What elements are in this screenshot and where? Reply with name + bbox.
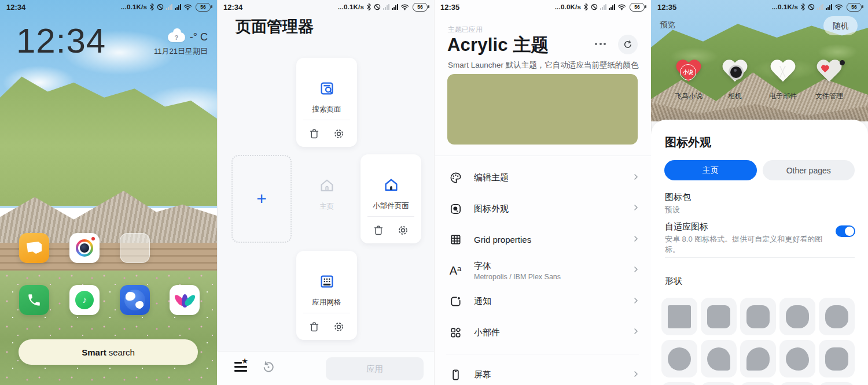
camera-lens-icon — [729, 65, 744, 80]
menu-item-widgets[interactable]: 小部件 — [434, 317, 651, 349]
adaptive-icons-setting[interactable]: 自适应图标 安卓 8.0 图标格式。提供可自定义和更好看的图标。 — [665, 221, 833, 255]
theme-settings-panel: 12:35 ...0.0K/s 56 主题已应用 Acrylic 主题 Smar… — [434, 0, 651, 385]
icon-pack-setting[interactable]: 图标包 预设 — [665, 192, 691, 215]
preview-label: 预览 — [660, 20, 675, 30]
page-card-label: 主页 — [319, 202, 334, 212]
adaptive-icons-toggle[interactable] — [836, 225, 855, 237]
battery-icon: 56 — [196, 3, 211, 12]
wifi-icon — [183, 3, 192, 10]
signal-sim2-icon — [392, 4, 398, 10]
camera-app-icon[interactable] — [69, 233, 100, 263]
shape-option-leaf[interactable] — [740, 340, 776, 377]
shape-option-flower[interactable] — [819, 340, 855, 377]
reset-history-button[interactable] — [261, 360, 276, 375]
refresh-theme-button[interactable] — [618, 35, 638, 54]
page-manager-panel: 12:34 ...0.1K/s 56 页面管理器 搜索页面 + 主页 小部件页面 — [217, 0, 434, 385]
shape-option-circle[interactable] — [661, 340, 697, 377]
novel-app-heart-icon[interactable]: 小说 — [675, 60, 702, 84]
signal-sim1-icon — [817, 4, 823, 10]
handset-icon — [27, 293, 42, 308]
shape-option-rounded-square-medium[interactable] — [740, 298, 776, 335]
shape-option-row3-4[interactable] — [779, 382, 815, 385]
widgets-icon — [448, 326, 462, 339]
messages-app-icon[interactable] — [19, 233, 49, 263]
page-card-app-grid[interactable]: 应用网格 — [296, 251, 357, 340]
wifi-icon — [400, 3, 409, 10]
browser-app-icon[interactable] — [120, 285, 150, 315]
page-tabs: 主页 Other pages — [664, 160, 855, 180]
page-settings-button[interactable] — [332, 127, 345, 140]
delete-page-button[interactable] — [308, 320, 321, 333]
chevron-right-icon — [631, 327, 641, 338]
notification-icon — [448, 295, 462, 308]
shape-option-square[interactable] — [661, 298, 697, 335]
shape-option-pebble[interactable] — [779, 340, 815, 377]
screen-icon — [448, 368, 462, 382]
tab-home-page[interactable]: 主页 — [664, 160, 757, 180]
shape-option-row3-1[interactable] — [661, 382, 697, 385]
app-label: 文件管理 — [800, 91, 858, 101]
shape-option-row3-2[interactable] — [701, 382, 737, 385]
shape-option-rounded-square-large[interactable] — [779, 298, 815, 335]
search-label-bold: Smart — [82, 347, 106, 357]
widget-page-icon — [382, 176, 400, 194]
shape-option-teardrop[interactable] — [701, 340, 737, 377]
weather-widget[interactable]: ? -° C 11月21日星期日 — [154, 31, 208, 57]
shape-option-row3-3[interactable] — [740, 382, 776, 385]
shape-option-row3-5[interactable] — [819, 382, 855, 385]
page-settings-button[interactable] — [396, 224, 410, 237]
menu-item-screen[interactable]: 屏幕 — [434, 360, 651, 385]
add-page-button[interactable]: + — [231, 155, 292, 243]
search-page-icon — [318, 80, 336, 97]
icon-pack-value: 预设 — [665, 205, 691, 215]
frosted-app-icon[interactable] — [120, 233, 150, 263]
shape-option-squircle[interactable] — [819, 298, 855, 335]
random-button[interactable]: 随机 — [823, 16, 858, 35]
delete-page-button[interactable] — [308, 127, 321, 140]
camera-dot-icon — [840, 60, 845, 65]
sort-pages-button[interactable]: ★ — [234, 360, 248, 373]
signal-sim1-icon — [166, 4, 172, 10]
refresh-icon — [623, 39, 633, 50]
menu-item-icon-appearance[interactable]: 图标外观 — [434, 194, 651, 225]
menu-item-edit-theme[interactable]: 编辑主题 — [434, 162, 651, 194]
shape-option-rounded-square-small[interactable] — [701, 298, 737, 335]
menu-item-grid-properties[interactable]: Grid properties — [434, 224, 651, 256]
signal-sim1-icon — [383, 4, 389, 10]
delete-page-button[interactable] — [372, 224, 385, 236]
music-note-icon: ♪ — [75, 291, 94, 309]
menu-item-notifications[interactable]: 通知 — [434, 286, 651, 317]
apply-button[interactable]: 应用 — [326, 357, 424, 380]
app-grid-icon — [318, 273, 336, 290]
tab-other-pages[interactable]: Other pages — [763, 160, 855, 180]
font-value: Metropolis / IBM Plex Sans — [474, 273, 561, 281]
smart-search-bar[interactable]: Smart search — [19, 339, 198, 365]
theme-color-preview[interactable] — [447, 74, 638, 145]
more-options-button[interactable] — [595, 43, 606, 45]
shape-grid — [661, 298, 855, 385]
page-card-search[interactable]: 搜索页面 — [296, 58, 357, 147]
bluetooth-icon — [583, 3, 589, 11]
files-app-heart-icon[interactable] — [816, 60, 843, 84]
theme-settings-list: 编辑主题 图标外观 Grid properties Aa 字体 Metropol… — [434, 162, 651, 385]
page-card-widget[interactable]: 小部件页面 — [361, 154, 421, 243]
bluetooth-icon — [800, 3, 806, 11]
home-page-icon — [318, 177, 336, 194]
wifi-icon — [617, 3, 626, 10]
home-screen-panel: 12:34 ...0.1K/s 56 12:34 ? -° C 11月21日星期… — [0, 0, 217, 385]
dnd-icon — [808, 3, 815, 10]
gallery-app-icon[interactable] — [170, 285, 200, 315]
email-app-heart-icon[interactable] — [770, 60, 796, 84]
grid-icon — [448, 233, 462, 246]
music-app-icon[interactable]: ♪ — [69, 285, 100, 315]
menu-item-font[interactable]: Aa 字体 Metropolis / IBM Plex Sans — [434, 256, 651, 287]
icon-appearance-icon — [448, 202, 462, 216]
page-settings-button[interactable] — [332, 320, 345, 334]
phone-app-icon[interactable] — [19, 285, 49, 315]
status-time: 12:34 — [6, 3, 25, 12]
signal-sim2-icon — [175, 4, 181, 10]
page-card-home-ghost[interactable]: 主页 — [296, 150, 357, 239]
chevron-right-icon — [631, 265, 641, 276]
camera-app-heart-icon[interactable] — [722, 60, 748, 84]
signal-sim1-icon — [600, 4, 606, 10]
